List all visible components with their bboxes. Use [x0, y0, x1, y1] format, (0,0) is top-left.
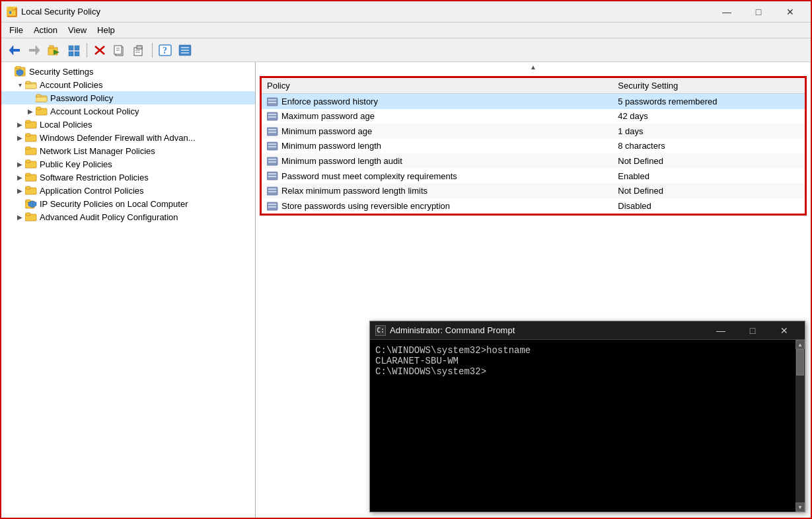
cmd-minimize-button[interactable]: —: [706, 324, 736, 337]
svg-rect-4: [13, 49, 20, 52]
expander-password-policy[interactable]: [25, 93, 36, 103]
tree-label-windows-defender: Windows Defender Firewall with Advan...: [40, 133, 196, 143]
cmd-title-text: Administrator: Command Prompt: [390, 325, 706, 335]
expander-ip-security[interactable]: [15, 198, 25, 209]
cmd-scroll-thumb[interactable]: [796, 349, 804, 376]
policy-table-container: Policy Security Setting Enforce password…: [260, 76, 807, 216]
svg-rect-66: [268, 143, 276, 145]
policy-row[interactable]: Maximum password age42 days: [262, 109, 805, 124]
close-button[interactable]: ✕: [775, 5, 805, 19]
policy-row[interactable]: Enforce password history5 passwords reme…: [262, 94, 805, 109]
cmd-scrollbar[interactable]: ▲ ▼: [795, 340, 805, 512]
expander-advanced-audit[interactable]: ▶: [15, 212, 25, 222]
tree-item-security-settings[interactable]: Security Settings: [1, 65, 255, 78]
cmd-line: C:\WINDOWS\system32>: [375, 366, 790, 377]
expander-local-policies[interactable]: ▶: [15, 119, 25, 130]
expander-security[interactable]: [4, 66, 15, 77]
policy-name-text: Maximum password age: [281, 111, 375, 121]
main-window: Local Security Policy — □ ✕ File Action …: [0, 0, 812, 519]
expander-software-restriction[interactable]: ▶: [15, 172, 25, 182]
open-button[interactable]: [45, 41, 63, 60]
expander-account-lockout[interactable]: ▶: [25, 106, 36, 116]
svg-rect-67: [268, 146, 276, 147]
tree-label-security-settings: Security Settings: [29, 67, 94, 77]
svg-rect-78: [268, 204, 276, 205]
expander-public-key[interactable]: ▶: [15, 159, 25, 169]
svg-rect-61: [268, 116, 276, 118]
policy-row[interactable]: Minimum password age1 days: [262, 124, 805, 139]
app-icon: [7, 7, 17, 17]
svg-marker-5: [36, 46, 40, 55]
expander-account-policies[interactable]: ▾: [15, 79, 25, 90]
maximize-button[interactable]: □: [743, 5, 774, 19]
export-button[interactable]: [176, 41, 194, 60]
tree-item-ip-security[interactable]: IP Security Policies on Local Computer: [1, 197, 255, 210]
svg-rect-0: [8, 10, 16, 16]
svg-rect-43: [26, 134, 30, 136]
menu-view[interactable]: View: [63, 24, 92, 36]
cmd-window: C: Administrator: Command Prompt — □ ✕ C…: [369, 321, 805, 512]
delete-button[interactable]: [91, 41, 109, 60]
folder-icon-local: [25, 119, 37, 130]
expander-app-control[interactable]: ▶: [15, 185, 25, 196]
policy-row-icon: [267, 141, 281, 152]
tree-item-app-control[interactable]: ▶ Application Control Policies: [1, 184, 255, 197]
cmd-close-button[interactable]: ✕: [769, 324, 799, 337]
policy-row[interactable]: Password must meet complexity requiremen…: [262, 169, 805, 184]
policy-row[interactable]: Minimum password length auditNot Defined: [262, 153, 805, 169]
svg-rect-73: [268, 176, 276, 177]
paste-button[interactable]: [130, 41, 149, 60]
folder-icon-network: [25, 145, 37, 156]
menu-help[interactable]: Help: [92, 24, 120, 36]
policy-name-text: Store passwords using reversible encrypt…: [281, 201, 450, 211]
svg-rect-55: [26, 213, 30, 216]
policy-name-text: Enforce password history: [281, 97, 378, 106]
expander-windows-defender[interactable]: ▶: [15, 132, 25, 143]
tree-item-windows-defender[interactable]: ▶ Windows Defender Firewall with Advan..…: [1, 131, 255, 144]
cmd-scroll-down[interactable]: ▼: [795, 502, 805, 512]
cmd-maximize-button[interactable]: □: [737, 324, 768, 337]
policy-row-icon: [267, 155, 281, 167]
column-header-policy: Policy: [262, 78, 612, 94]
tree-item-password-policy[interactable]: Password Policy: [1, 91, 255, 104]
menu-file[interactable]: File: [4, 24, 28, 36]
expander-network-list[interactable]: [15, 145, 25, 156]
policy-name-text: Password must meet complexity requiremen…: [281, 171, 457, 181]
tree-item-account-policies[interactable]: ▾ Account Policies: [1, 78, 255, 91]
forward-button[interactable]: [25, 41, 44, 60]
tree-item-software-restriction[interactable]: ▶ Software Restriction Policies: [1, 171, 255, 184]
cmd-body[interactable]: C:\WINDOWS\system32>hostnameCLARANET-SBU…: [370, 340, 795, 512]
tree-label-public-key: Public Key Policies: [40, 159, 112, 169]
tree-item-public-key[interactable]: ▶ Public Key Policies: [1, 157, 255, 171]
svg-rect-49: [26, 173, 30, 176]
policy-row[interactable]: Minimum password length8 characters: [262, 139, 805, 154]
svg-rect-11: [75, 46, 79, 50]
svg-rect-58: [268, 102, 276, 103]
policy-row[interactable]: Relax minimum password length limitsNot …: [262, 183, 805, 198]
back-button[interactable]: [5, 41, 24, 60]
cmd-icon: C:: [375, 325, 386, 336]
policy-row[interactable]: Store passwords using reversible encrypt…: [262, 198, 805, 214]
menu-action[interactable]: Action: [28, 24, 63, 36]
minimize-button[interactable]: —: [712, 5, 742, 19]
cmd-scroll-up[interactable]: ▲: [795, 340, 805, 349]
svg-rect-37: [36, 97, 47, 102]
menu-bar: File Action View Help: [1, 22, 811, 38]
copy-button[interactable]: [110, 41, 129, 60]
tree-item-account-lockout[interactable]: ▶ Account Lockout Policy: [1, 104, 255, 118]
tree-item-advanced-audit[interactable]: ▶ Advanced Audit Policy Configuration: [1, 210, 255, 223]
policy-setting-cell: Not Defined: [612, 183, 805, 198]
tree-item-network-list[interactable]: Network List Manager Policies: [1, 144, 255, 157]
help-button[interactable]: ?: [156, 41, 174, 60]
svg-rect-41: [26, 120, 30, 123]
view-button[interactable]: [65, 41, 83, 60]
window-controls: — □ ✕: [712, 5, 805, 19]
shield-folder-icon: [25, 198, 37, 209]
tree-label-network-list: Network List Manager Policies: [40, 146, 155, 156]
svg-rect-69: [268, 159, 276, 160]
svg-rect-17: [114, 46, 122, 54]
svg-rect-31: [16, 66, 20, 69]
tree-panel[interactable]: Security Settings ▾ Account Policies: [1, 62, 256, 518]
svg-rect-47: [26, 160, 30, 163]
tree-item-local-policies[interactable]: ▶ Local Policies: [1, 118, 255, 131]
